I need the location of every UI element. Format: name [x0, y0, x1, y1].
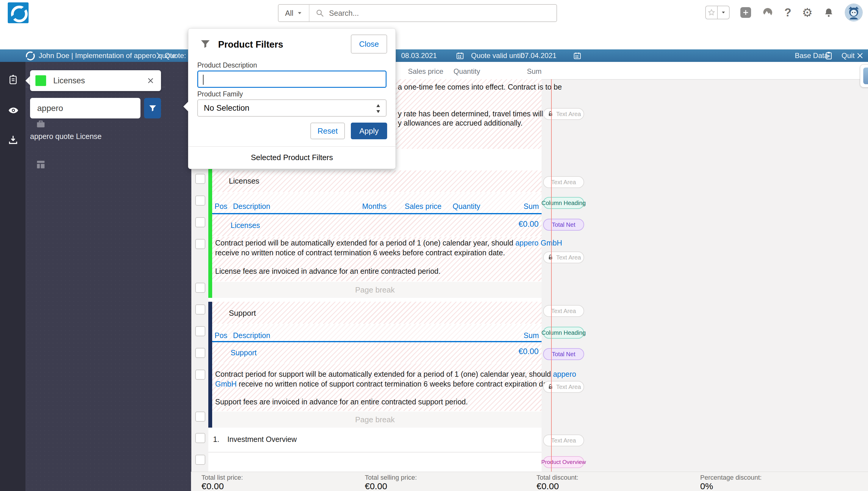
product-filter-button[interactable]: [144, 98, 161, 118]
star-icon[interactable]: [706, 6, 717, 19]
filter-chip-licenses[interactable]: Licenses: [30, 70, 161, 91]
selected-filters-label: Selected Product Filters: [189, 153, 396, 162]
row-checkbox[interactable]: [195, 348, 205, 358]
favorites-button[interactable]: [705, 6, 730, 19]
app-logo: [8, 2, 29, 23]
row-checkbox[interactable]: [195, 174, 205, 184]
pill-total-net: Total Net: [543, 219, 584, 231]
favorites-caret[interactable]: [717, 6, 729, 19]
calendar-icon[interactable]: [573, 49, 581, 62]
gmbh-link[interactable]: GmbH: [215, 380, 237, 388]
valid-until-value[interactable]: 07.04.2021: [521, 49, 556, 62]
doc-row-gap: [208, 298, 542, 302]
close-button[interactable]: Close: [351, 34, 387, 54]
product-filters-modal: Product Filters Close Product Descriptio…: [188, 28, 396, 169]
product-search-input[interactable]: appero: [30, 98, 140, 118]
preview-eye-icon[interactable]: [8, 105, 19, 116]
pill-total-net: Total Net: [543, 348, 584, 360]
app-nav-bar: [0, 25, 868, 49]
col-description: Description: [233, 331, 270, 340]
quote-logo-icon: [25, 51, 35, 61]
calendar-icon[interactable]: [456, 49, 464, 62]
licenses-total-value: €0.00: [494, 220, 539, 229]
support-total-value: €0.00: [494, 347, 539, 356]
section-bar-navy: [208, 302, 212, 428]
row-checkbox[interactable]: [195, 196, 205, 206]
col-sum: Sum: [518, 202, 539, 211]
intro-line: y allowances are accrued additionally.: [398, 119, 523, 127]
layout-grid-icon[interactable]: [35, 159, 47, 170]
collapse-panel-button[interactable]: [860, 64, 868, 87]
percentage-discount-label: Percentage discount:: [700, 474, 762, 482]
col-sales-price: Sales price: [405, 202, 442, 211]
pill-text-area-locked: Text Area: [543, 108, 584, 120]
left-toolbar: [0, 62, 26, 491]
row-checkbox[interactable]: [195, 239, 205, 249]
row-checkbox[interactable]: [195, 305, 205, 315]
base-data-clipboard-icon[interactable]: [824, 49, 833, 62]
row-checkbox[interactable]: [195, 283, 205, 293]
search-icon: [315, 9, 324, 18]
row-checkbox[interactable]: [195, 433, 205, 443]
licenses-text-line3: License fees are invoiced in advance for…: [215, 267, 440, 276]
global-actions-button[interactable]: [740, 7, 751, 18]
doc-row-product-overview: [208, 453, 542, 472]
pill-text-area: Text Area: [543, 176, 584, 188]
pill-text-area: Text Area: [543, 434, 584, 446]
support-text-line3: Support fees are invoiced in advance for…: [215, 398, 468, 406]
appero-gmbh-link[interactable]: appero GmbH: [515, 239, 562, 247]
screen: All Search... ? ⚙ appero quote Op: [0, 0, 868, 491]
appero-link[interactable]: appero: [553, 370, 576, 378]
pill-column-heading: Column Heading: [543, 327, 584, 339]
valid-until-label: Quote valid until:: [471, 49, 524, 62]
help-icon[interactable]: ?: [784, 6, 791, 19]
stepper-arrows-icon[interactable]: [376, 103, 381, 114]
lock-icon: [547, 383, 554, 390]
modal-divider: [189, 146, 396, 147]
search-scope-select[interactable]: All: [279, 5, 310, 22]
search-scope-label: All: [285, 9, 293, 18]
quote-date-value[interactable]: 08.03.2021: [401, 49, 437, 62]
doc-row-page-break: Page break: [208, 281, 542, 298]
quit-button[interactable]: Quit: [841, 49, 855, 62]
grid-header-sales-price: Sales price: [408, 67, 443, 76]
quote-document-icon[interactable]: [8, 75, 19, 85]
setup-gear-icon[interactable]: ⚙: [802, 6, 813, 19]
col-pos: Pos: [214, 202, 227, 211]
base-data-button[interactable]: Base Data: [795, 49, 828, 62]
trailhead-icon[interactable]: [762, 6, 774, 19]
remove-chip-x-icon[interactable]: [147, 77, 154, 85]
products-briefcase-icon[interactable]: [35, 118, 47, 130]
global-search[interactable]: All Search...: [278, 4, 557, 22]
caret-down-icon: [297, 10, 302, 16]
close-x-icon[interactable]: [857, 49, 864, 62]
row-checkbox[interactable]: [195, 326, 205, 336]
total-discount-label: Total discount:: [537, 474, 578, 482]
pill-text-area-locked: Text Area: [543, 252, 584, 263]
search-result-item[interactable]: appero quote License: [30, 132, 102, 141]
download-icon[interactable]: [8, 135, 19, 145]
investment-title: Investment Overview: [227, 435, 297, 444]
product-search-panel: [26, 62, 191, 491]
col-pos: Pos: [214, 331, 227, 340]
pill-text-area: Text Area: [543, 305, 584, 317]
breadcrumb-chevron-icon: [155, 49, 161, 62]
apply-button[interactable]: Apply: [351, 123, 387, 139]
grid-header-sum: Sum: [518, 67, 542, 76]
arrow-left-icon: [863, 67, 868, 84]
modal-title: Product Filters: [218, 39, 283, 50]
plus-icon: [742, 9, 749, 16]
user-avatar[interactable]: [845, 4, 863, 22]
notifications-bell-icon[interactable]: [823, 7, 834, 18]
row-checkbox[interactable]: [195, 455, 205, 465]
intro-line: y rate has been determined, travel times…: [398, 110, 553, 118]
reset-button[interactable]: Reset: [310, 123, 345, 139]
total-list-price-label: Total list price:: [201, 474, 243, 482]
row-checkbox[interactable]: [195, 217, 205, 227]
pill-product-overview: Product Overview: [543, 456, 584, 468]
product-family-select[interactable]: No Selection: [197, 99, 386, 117]
row-checkbox[interactable]: [195, 411, 205, 422]
product-description-input[interactable]: [197, 70, 386, 88]
percentage-discount-value: 0%: [700, 481, 713, 491]
row-checkbox[interactable]: [195, 370, 205, 380]
